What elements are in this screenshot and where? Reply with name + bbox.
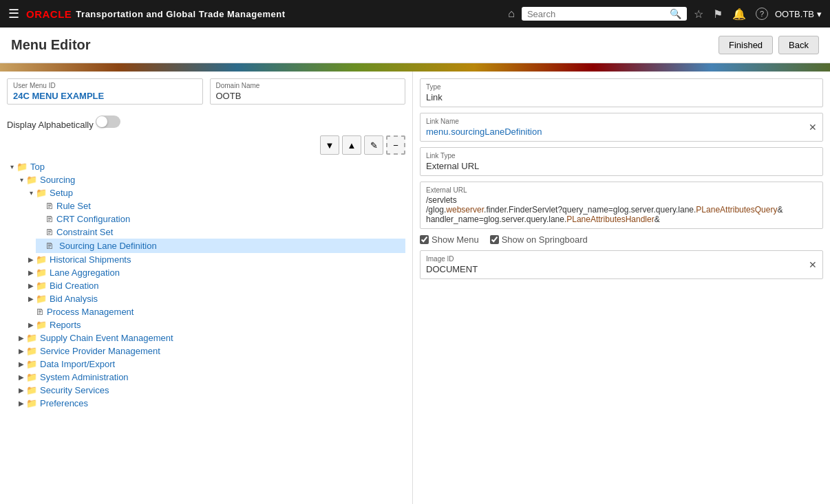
back-button[interactable]: Back [778,36,819,54]
url-amp2: & [655,215,660,224]
tree-label-lane-agg: Lane Aggregation [50,267,120,278]
toggle-sys-admin[interactable]: ▶ [17,373,26,381]
tree-label-supply-chain: Supply Chain Event Management [40,333,173,343]
tree-item-bid-analysis[interactable]: ▶ 📁 Bid Analysis [26,292,405,305]
domain-name-value: OOTB [216,91,242,101]
user-menu-id-field: User Menu ID 24C MENU EXAMPLE [7,78,203,105]
show-menu-label: Show Menu [432,234,479,245]
tree-item-reports[interactable]: ▶ 📁 Reports [26,318,405,331]
toggle-historical[interactable]: ▶ [26,256,36,263]
toggle-sourcing[interactable]: ▾ [17,176,26,184]
tree-label-process-mgmt: Process Management [47,307,134,317]
tree-label-reports: Reports [50,320,81,330]
tree-item-data-import[interactable]: ▶ 📁 Data Import/Export [17,358,405,371]
type-value: Link [426,92,443,102]
top-navigation: ☰ ORACLE Transportation and Global Trade… [0,0,830,28]
tree-item-service-provider[interactable]: ▶ 📁 Service Provider Management [17,344,405,358]
page-container: Menu Editor Finished Back User Menu ID 2… [0,28,830,504]
show-springboard-checkbox-item[interactable]: Show on Springboard [490,234,588,245]
tree-label-bid-creation: Bid Creation [50,281,99,291]
search-icon: 🔍 [670,8,681,19]
move-up-button[interactable]: ▲ [342,135,361,155]
tree-item-setup[interactable]: ▾ 📁 Setup [26,186,405,199]
tree-item-crt[interactable]: 🖹 CRT Configuration [36,212,405,226]
tree-item-constraint[interactable]: 🖹 Constraint Set [36,226,405,239]
toggle-lane-agg[interactable]: ▶ [26,269,36,276]
toggle-data-import[interactable]: ▶ [17,360,26,368]
toggle-bid-creation[interactable]: ▶ [26,282,36,289]
help-icon[interactable]: ? [756,8,768,20]
toggle-top[interactable]: ▾ [7,163,17,171]
url-line2: /glog.webserver.finder.FinderServlet?que… [426,205,817,215]
tree-item-sys-admin[interactable]: ▶ 📁 System Administration [17,371,405,384]
display-alphabetically-section: Display Alphabetically [7,111,405,130]
user-menu-id-label: User Menu ID [13,82,197,89]
oracle-logo: ORACLE Transportation and Global Trade M… [26,8,286,20]
tree-item-sourcing-lane[interactable]: 🖹 Sourcing Lane Definition [36,239,405,253]
tree-item-sourcing[interactable]: ▾ 📁 Sourcing [17,173,405,186]
edit-button[interactable]: ✎ [364,135,383,155]
tree-label-sys-admin: System Administration [40,372,129,382]
user-menu[interactable]: OOTB.TB ▾ [775,9,822,19]
tree-item-security[interactable]: ▶ 📁 Security Services [17,384,405,397]
tree-label-preferences: Preferences [40,398,88,408]
toggle-service-provider[interactable]: ▶ [17,347,26,355]
chevron-down-icon: ▾ [817,9,822,19]
url-line1: /servlets [426,195,817,205]
tree-item-bid-creation[interactable]: ▶ 📁 Bid Creation [26,279,405,292]
show-springboard-checkbox[interactable] [490,235,499,244]
tree-item-top[interactable]: ▾ 📁 Top [7,160,405,173]
image-id-field[interactable]: Image ID DOCUMENT ✕ [420,250,823,279]
search-bar[interactable]: 🔍 [522,7,687,21]
left-panel: User Menu ID 24C MENU EXAMPLE Domain Nam… [0,72,413,504]
toggle-security[interactable]: ▶ [17,386,26,394]
show-menu-checkbox[interactable] [420,235,429,244]
tree-item-process-mgmt[interactable]: 🖹 Process Management [26,305,405,318]
menu-tree: ▾ 📁 Top ▾ 📁 Sourcing ▾ 📁 Setup 🖹 [7,160,405,410]
toggle-setup[interactable]: ▾ [26,189,36,197]
toggle-bid-analysis[interactable]: ▶ [26,295,36,303]
star-icon[interactable]: ☆ [694,8,703,21]
folder-icon-data-import: 📁 [26,359,37,369]
flag-icon[interactable]: ⚑ [713,8,723,21]
folder-icon-service-provider: 📁 [26,346,37,356]
tree-item-historical[interactable]: ▶ 📁 Historical Shipments [26,253,405,266]
domain-name-label: Domain Name [216,82,400,89]
folder-icon-supply-chain: 📁 [26,333,37,343]
tree-item-supply-chain[interactable]: ▶ 📁 Supply Chain Event Management [17,331,405,344]
display-alphabetically-label: Display Alphabetically [7,120,94,130]
tree-label-data-import: Data Import/Export [40,359,115,369]
search-input[interactable] [527,9,670,19]
external-url-field[interactable]: External URL /servlets /glog.webserver.f… [420,182,823,229]
username: OOTB.TB [775,9,814,19]
folder-icon-setup: 📁 [36,188,47,198]
tree-label-setup: Setup [50,188,73,198]
show-springboard-label: Show on Springboard [502,234,588,245]
hamburger-menu-icon[interactable]: ☰ [8,6,19,21]
toggle-preferences[interactable]: ▶ [17,399,26,407]
tree-item-preferences[interactable]: ▶ 📁 Preferences [17,397,405,410]
remove-button[interactable]: − [386,135,405,155]
toggle-track[interactable] [96,116,120,128]
toggle-thumb [96,116,107,127]
finished-button[interactable]: Finished [719,36,773,54]
tree-item-ruleset[interactable]: 🖹 Rule Set [36,199,405,212]
folder-icon-historical: 📁 [36,254,47,265]
tree-label-service-provider: Service Provider Management [40,346,160,356]
link-name-field[interactable]: Link Name menu.sourcingLaneDefinition ✕ [420,113,823,142]
folder-icon-security: 📁 [26,385,37,395]
link-name-clear-icon[interactable]: ✕ [809,122,817,133]
page-title: Menu Editor [11,37,91,53]
image-id-clear-icon[interactable]: ✕ [809,259,817,270]
toggle-switch[interactable] [96,116,120,128]
tree-label-crt: CRT Configuration [56,214,130,224]
move-down-button[interactable]: ▼ [320,135,339,155]
home-icon[interactable]: ⌂ [508,8,515,20]
toggle-reports[interactable]: ▶ [26,321,36,329]
doc-icon-constraint: 🖹 [45,228,54,237]
show-menu-checkbox-item[interactable]: Show Menu [420,234,479,245]
toggle-supply-chain[interactable]: ▶ [17,334,26,342]
tree-item-lane-agg[interactable]: ▶ 📁 Lane Aggregation [26,266,405,279]
tree-label-security: Security Services [40,385,109,395]
bell-icon[interactable]: 🔔 [732,8,746,21]
